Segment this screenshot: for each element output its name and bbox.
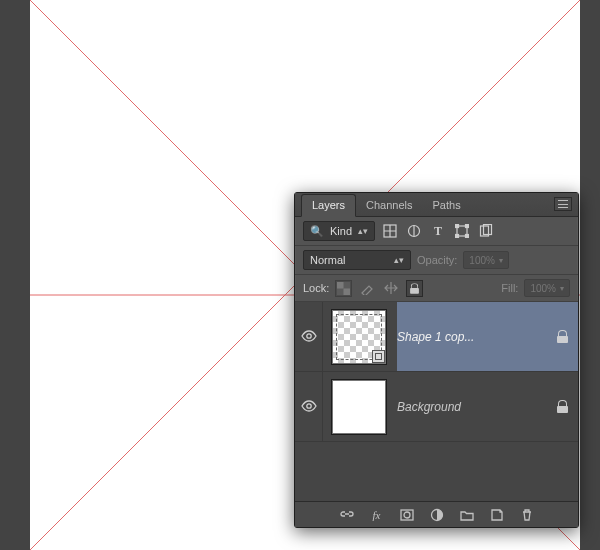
- fill-label: Fill:: [501, 282, 518, 294]
- blend-mode-value: Normal: [310, 254, 345, 266]
- chevron-down-icon: ▾: [560, 284, 564, 293]
- filter-row: 🔍 Kind ▴▾ T: [295, 217, 578, 246]
- visibility-toggle[interactable]: [295, 372, 323, 441]
- visibility-toggle[interactable]: [295, 302, 323, 371]
- filter-kind-label: Kind: [330, 225, 352, 237]
- layer-name[interactable]: Background: [397, 400, 461, 414]
- new-group-icon[interactable]: [459, 507, 475, 523]
- search-icon: 🔍: [310, 225, 324, 238]
- chevron-updown-icon: ▴▾: [358, 226, 368, 236]
- filter-type-icon[interactable]: T: [429, 222, 447, 240]
- chevron-down-icon: ▾: [499, 256, 503, 265]
- lock-label: Lock:: [303, 282, 329, 294]
- new-adjustment-icon[interactable]: [429, 507, 445, 523]
- layer-thumbnail[interactable]: [331, 379, 387, 435]
- layer-fx-icon[interactable]: fx: [369, 507, 385, 523]
- layer-list: Shape 1 cop... Background: [295, 302, 578, 501]
- filter-smart-icon[interactable]: [477, 222, 495, 240]
- lock-icon[interactable]: [557, 400, 568, 413]
- add-mask-icon[interactable]: [399, 507, 415, 523]
- svg-point-18: [404, 512, 410, 518]
- delete-layer-icon[interactable]: [519, 507, 535, 523]
- eye-icon: [301, 400, 317, 414]
- tab-paths[interactable]: Paths: [423, 195, 471, 216]
- layer-name[interactable]: Shape 1 cop...: [397, 330, 474, 344]
- tab-channels[interactable]: Channels: [356, 195, 422, 216]
- svg-rect-6: [456, 225, 459, 228]
- new-layer-icon[interactable]: [489, 507, 505, 523]
- filter-shape-icon[interactable]: [453, 222, 471, 240]
- link-layers-icon[interactable]: [339, 507, 355, 523]
- lock-row: Lock: Fill: 100% ▾: [295, 275, 578, 302]
- lock-transparent-icon[interactable]: [335, 280, 352, 297]
- svg-rect-7: [466, 225, 469, 228]
- eye-icon: [301, 330, 317, 344]
- tab-layers[interactable]: Layers: [301, 194, 356, 217]
- layers-panel: Layers Channels Paths 🔍 Kind ▴▾ T Normal…: [294, 192, 579, 528]
- smart-object-badge-icon: [372, 350, 385, 363]
- lock-icon[interactable]: [557, 330, 568, 343]
- filter-adjust-icon[interactable]: [405, 222, 423, 240]
- opacity-label: Opacity:: [417, 254, 457, 266]
- layer-thumbnail[interactable]: [331, 309, 387, 365]
- fill-field[interactable]: 100% ▾: [524, 279, 570, 297]
- blend-row: Normal ▴▾ Opacity: 100% ▾: [295, 246, 578, 275]
- layer-row[interactable]: Background: [295, 372, 578, 442]
- filter-kind-dropdown[interactable]: 🔍 Kind ▴▾: [303, 221, 375, 241]
- svg-rect-9: [466, 235, 469, 238]
- svg-point-16: [306, 403, 310, 407]
- opacity-value: 100%: [469, 255, 495, 266]
- layer-row[interactable]: Shape 1 cop...: [295, 302, 578, 372]
- lock-pixels-icon[interactable]: [358, 279, 376, 297]
- blend-mode-dropdown[interactable]: Normal ▴▾: [303, 250, 411, 270]
- svg-rect-8: [456, 235, 459, 238]
- layers-footer: fx: [295, 501, 578, 527]
- chevron-updown-icon: ▴▾: [394, 255, 404, 265]
- svg-rect-13: [337, 282, 344, 289]
- fill-value: 100%: [530, 283, 556, 294]
- svg-point-15: [306, 333, 310, 337]
- lock-all-icon[interactable]: [406, 280, 423, 297]
- opacity-field[interactable]: 100% ▾: [463, 251, 509, 269]
- panel-tabs: Layers Channels Paths: [295, 193, 578, 217]
- lock-position-icon[interactable]: [382, 279, 400, 297]
- panel-menu-icon[interactable]: [554, 197, 572, 211]
- filter-pixel-icon[interactable]: [381, 222, 399, 240]
- svg-rect-14: [344, 288, 351, 295]
